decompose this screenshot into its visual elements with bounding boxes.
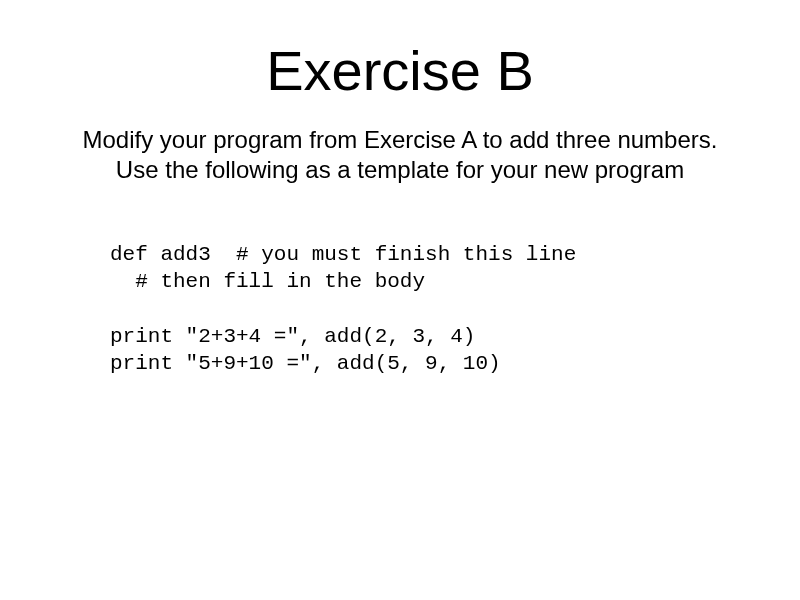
code-line-5: print "5+9+10 =", add(5, 9, 10) — [110, 352, 501, 375]
code-line-1: def add3 # you must finish this line — [110, 243, 576, 266]
code-block: def add3 # you must finish this line # t… — [110, 241, 800, 377]
code-line-2: # then fill in the body — [110, 270, 425, 293]
code-line-4: print "2+3+4 =", add(2, 3, 4) — [110, 325, 475, 348]
instructions-line-2: Use the following as a template for your… — [2, 155, 798, 185]
instructions-block: Modify your program from Exercise A to a… — [0, 125, 800, 185]
instructions-line-1: Modify your program from Exercise A to a… — [2, 125, 798, 155]
exercise-title: Exercise B — [0, 0, 800, 125]
